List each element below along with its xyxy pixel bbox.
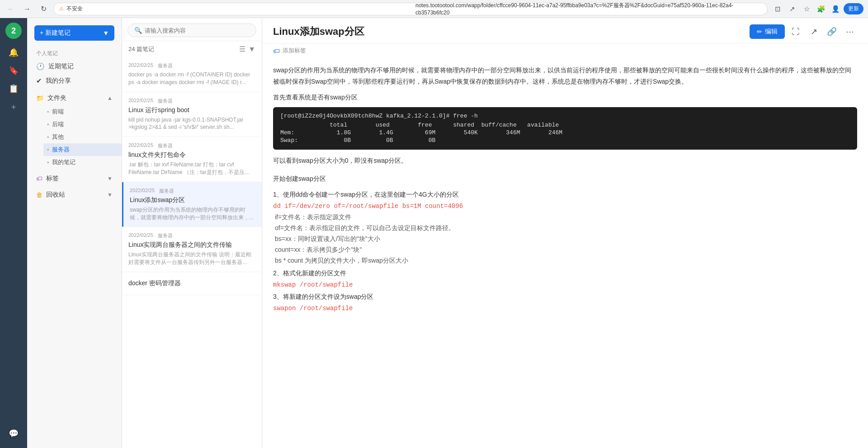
note-date: 2022/02/25 (128, 232, 153, 239)
main-toolbar-actions: ✏ 编辑 ⛶ ↗ 🔗 ⋯ (750, 24, 857, 39)
terminal-table: total used free shared buff/cache availa… (280, 121, 850, 144)
note-date: 2022/02/25 (130, 188, 155, 194)
list-item[interactable]: 2022/02/25 服务器 Linux实现两台服务器之间的文件传输 Linux… (122, 227, 262, 272)
note-item-title: Linux实现两台服务器之间的文件传输 (128, 241, 255, 249)
note-item-meta: 2022/02/25 服务器 (128, 62, 255, 69)
list-view-icon[interactable]: ☰ (239, 45, 245, 53)
share-button[interactable]: ↗ (807, 24, 821, 39)
nav-folder-child-backend[interactable]: 后端 (43, 118, 122, 131)
tag-icon: 🏷 (273, 47, 280, 55)
tag-row[interactable]: 🏷 添加标签 (262, 44, 868, 57)
nav-folder-section: 📁 文件夹 ▲ 前端 后端 其他 服务器 我的笔记 (27, 91, 122, 169)
table-row: Mem: 1.8G 1.4G 69M 540K 346M 246M (280, 129, 850, 137)
note-bs-desc: bs=xx：同时设置读入/写出的"块"大小 (273, 235, 857, 243)
list-item[interactable]: 2022/02/25 服务器 docker ps -a docker rm -f… (122, 57, 262, 92)
screenshot-button[interactable]: ⊡ (771, 3, 784, 15)
nav-folder-child-server[interactable]: 服务器 (43, 143, 122, 156)
edit-icon: ✏ (757, 28, 762, 35)
list-item[interactable]: 2022/02/25 服务器 Linux 运行spring boot kill … (122, 92, 262, 137)
nav-item-shared[interactable]: ✔ 我的分享 (27, 74, 122, 88)
nav-sidebar: + 新建笔记 ▼ 个人笔记 🕐 近期笔记 ✔ 我的分享 📁 文件夹 ▲ 前端 后… (27, 18, 122, 448)
note-list: 🔍 24 篇笔记 ☰ ▼ 2022/02/25 服务器 docker ps -a… (122, 18, 262, 448)
tags-icon: 🏷 (36, 175, 42, 182)
note-date: 2022/02/25 (128, 142, 153, 149)
sidebar-icon-bookmarks[interactable]: 🔖 (5, 62, 22, 79)
nav-folder-child-mynotes[interactable]: 我的笔记 (43, 156, 122, 169)
security-label: 不安全 (66, 5, 413, 13)
more-button[interactable]: ⋯ (843, 24, 857, 39)
list-item[interactable]: 2022/02/25 服务器 Linux添加swap分区 swap分区的作用为当… (122, 182, 262, 227)
nav-item-recent[interactable]: 🕐 近期笔记 (27, 59, 122, 74)
sidebar-icon-add[interactable]: ＋ (5, 99, 22, 115)
note-list-header: 24 篇笔记 ☰ ▼ (122, 41, 262, 57)
note-tag: 服务器 (159, 188, 174, 194)
note-create-swap: 开始创建swap分区 (273, 173, 857, 184)
note-tag: 服务器 (158, 62, 173, 69)
update-button[interactable]: 更新 (844, 3, 863, 14)
extension-button[interactable]: 🧩 (815, 3, 827, 15)
bookmark-button[interactable]: ☆ (800, 3, 813, 15)
search-box[interactable]: 🔍 (127, 24, 256, 37)
main-body: swap分区的作用为当系统的物理内存不够用的时候，就需要将物理内存中的一部分空间… (262, 57, 868, 448)
url-text: notes.tootootool.com/wapp/folder/cffcce9… (415, 2, 762, 16)
shared-icon: ✔ (36, 77, 42, 85)
code-block-2: mkswap /root/swapfile (273, 281, 857, 288)
edit-button[interactable]: ✏ 编辑 (750, 24, 785, 39)
note-item-meta: 2022/02/25 服务器 (128, 98, 255, 104)
note-count: 24 篇笔记 (128, 45, 154, 53)
note-item-title: Linux 运行spring boot (128, 106, 255, 114)
main-toolbar: Linux添加swap分区 ✏ 编辑 ⛶ ↗ 🔗 ⋯ (262, 18, 868, 44)
address-bar[interactable]: ⚠ 不安全 notes.tootootool.com/wapp/folder/c… (53, 3, 768, 15)
forward-button[interactable]: → (21, 3, 33, 15)
sidebar-icon-chat[interactable]: 💬 (5, 425, 22, 442)
folder-toggle: ▲ (107, 95, 113, 101)
table-row: total used free shared buff/cache availa… (280, 121, 850, 129)
share-button[interactable]: ↗ (786, 3, 798, 15)
tags-toggle: ▼ (107, 175, 113, 182)
note-tag: 服务器 (158, 142, 173, 149)
note-date: 2022/02/25 (128, 98, 153, 104)
note-list-search: 🔍 (122, 18, 262, 41)
list-item[interactable]: 2022/02/25 服务器 linux文件夹打包命令 .tar 解包：tar … (122, 137, 262, 182)
fullscreen-button[interactable]: ⛶ (788, 24, 803, 39)
sidebar-icon-notifications[interactable]: 🔔 (5, 44, 22, 61)
sort-icon[interactable]: ▼ (248, 45, 255, 53)
note-list-body: 2022/02/25 服务器 docker ps -a docker rm -f… (122, 57, 262, 448)
search-input[interactable] (145, 27, 250, 34)
nav-folder-header[interactable]: 📁 文件夹 ▲ (27, 91, 122, 105)
nav-tags-header[interactable]: 🏷 标签 ▼ (27, 171, 122, 186)
folder-icon: 📁 (36, 94, 44, 102)
note-count-desc: count=xx：表示拷贝多少个"块" (273, 246, 857, 254)
profile-button[interactable]: 👤 (829, 3, 842, 15)
note-if-desc: if=文件名：表示指定源文件 (273, 213, 857, 222)
note-item-title: linux文件夹打包命令 (128, 151, 255, 159)
browser-bar: ← → ↻ ⚠ 不安全 notes.tootootool.com/wapp/fo… (0, 0, 868, 18)
note-tag: 服务器 (158, 98, 173, 104)
nav-recycle-header[interactable]: 🗑 回收站 ▼ (27, 188, 122, 202)
list-item[interactable]: docker 密码管理器 (122, 272, 262, 295)
note-item-meta: 2022/02/25 服务器 (128, 232, 255, 239)
nav-folder-child-other[interactable]: 其他 (43, 131, 122, 143)
note-item-title: Linux添加swap分区 (130, 196, 255, 204)
page-title: Linux添加swap分区 (273, 25, 364, 38)
note-item-preview: kill pid nohup java -jar kgs-0.0.1-SNAPS… (128, 116, 255, 132)
avatar[interactable]: 2 (5, 23, 22, 39)
reload-button[interactable]: ↻ (37, 3, 50, 15)
note-item-meta: 2022/02/25 服务器 (130, 188, 255, 194)
sidebar-icon-notes[interactable]: 📋 (5, 80, 22, 97)
note-step3: 3、将新建的分区文件设为swap分区 (273, 293, 857, 301)
note-date: 2022/02/25 (128, 62, 153, 69)
new-note-arrow: ▼ (103, 29, 109, 37)
main-content: Linux添加swap分区 ✏ 编辑 ⛶ ↗ 🔗 ⋯ 🏷 添加标签 swap分区… (262, 18, 868, 448)
nav-recycle-section: 🗑 回收站 ▼ (27, 188, 122, 202)
note-step2: 2、格式化新建的分区文件 (273, 269, 857, 278)
new-note-button[interactable]: + 新建笔记 ▼ (34, 25, 114, 41)
browser-actions: ⊡ ↗ ☆ 🧩 👤 更新 (771, 3, 863, 15)
code-block-1: dd if=/dev/zero of=/root/swapfile bs=1M … (273, 203, 857, 210)
back-button[interactable]: ← (5, 3, 17, 15)
nav-folder-child-frontend[interactable]: 前端 (43, 105, 122, 118)
note-item-preview: swap分区的作用为当系统的物理内存不够用的时候，就需要将物理内存中的一部分空间… (130, 206, 255, 222)
link-button[interactable]: 🔗 (825, 24, 839, 39)
note-item-preview: docker ps -a docker rm -f (CONTAINER ID)… (128, 71, 255, 86)
table-row: Swap: 0B 0B 0B (280, 137, 850, 144)
